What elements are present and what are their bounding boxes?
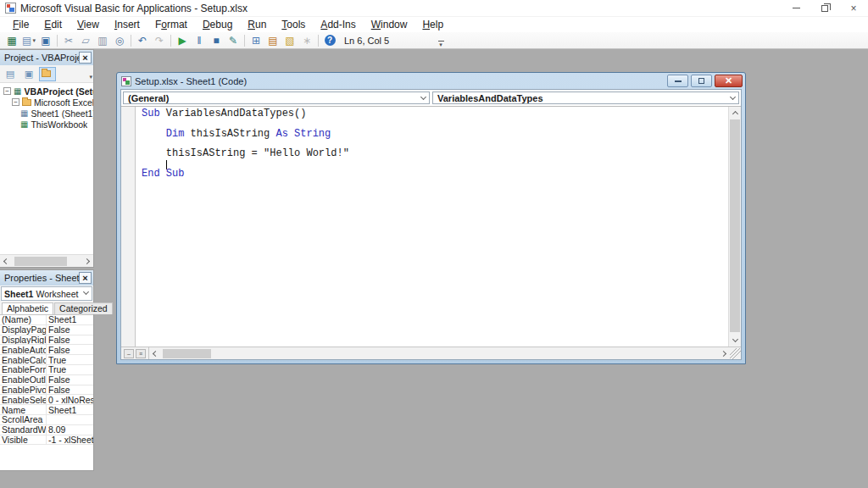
scroll-right-icon[interactable]	[81, 255, 93, 267]
tab-alphabetic[interactable]: Alphabetic	[2, 302, 53, 314]
insert-userform-icon[interactable]: ▤▾	[20, 33, 37, 48]
property-row[interactable]: Visible-1 - xlSheetVisible	[0, 435, 93, 446]
property-row[interactable]: EnableAutoFilterFalse	[0, 345, 93, 355]
vertical-scrollbar[interactable]	[728, 107, 741, 347]
property-row[interactable]: NameSheet1	[0, 405, 93, 415]
property-row[interactable]: EnableCalculationTrue	[0, 355, 93, 365]
property-row[interactable]: EnableSelection0 - xlNoRestrictions	[0, 395, 93, 405]
view-excel-icon[interactable]: ▦	[3, 33, 20, 48]
property-value: True	[47, 365, 93, 374]
menu-format[interactable]: Format	[147, 18, 195, 31]
minimize-icon	[793, 8, 800, 8]
help-icon[interactable]: ?	[321, 33, 338, 48]
property-row[interactable]: StandardWidth8.09	[0, 425, 93, 435]
menu-file[interactable]: File	[5, 18, 36, 31]
scroll-right-icon[interactable]	[717, 347, 730, 359]
menu-insert[interactable]: Insert	[107, 18, 147, 31]
object-selector-dropdown[interactable]: Sheet1 Worksheet	[1, 286, 92, 301]
close-button[interactable]: ×	[839, 0, 868, 16]
run-icon[interactable]: ▶	[174, 33, 191, 48]
menu-help[interactable]: Help	[415, 18, 451, 31]
property-row[interactable]: EnableOutliningFalse	[0, 375, 93, 385]
property-value: Sheet1	[47, 405, 93, 414]
indicator-margin[interactable]	[121, 107, 136, 347]
property-row[interactable]: (Name)Sheet1	[0, 315, 93, 325]
tree-item-sheet1-sheet1[interactable]: ▦Sheet1 (Sheet1)	[0, 108, 93, 119]
menu-window[interactable]: Window	[364, 18, 415, 31]
toolbar-overflow-button[interactable]: ▾	[436, 33, 446, 48]
object-dropdown[interactable]: (General)	[123, 92, 430, 104]
undo-icon[interactable]: ↶	[134, 33, 151, 48]
menu-view[interactable]: View	[70, 18, 107, 31]
view-code-icon[interactable]: ▤	[2, 67, 19, 81]
menu-tools[interactable]: Tools	[274, 18, 313, 31]
project-explorer-icon[interactable]: ⊞	[248, 33, 264, 48]
view-object-icon[interactable]: ▣	[20, 67, 37, 81]
minimize-button[interactable]	[782, 0, 810, 16]
tree-item-microsoft-excel-objects[interactable]: −Microsoft Excel Objects	[0, 97, 93, 108]
property-row[interactable]: DisplayRightToLeftFalse	[0, 336, 93, 346]
property-row[interactable]: EnableFormatConditionsCalculationTrue	[0, 365, 93, 375]
procedure-view-button[interactable]: –	[124, 349, 134, 358]
project-panel-titlebar[interactable]: Project - VBAProject ×	[0, 50, 93, 65]
properties-panel-title: Properties - Sheet1	[4, 273, 79, 283]
scrollbar-thumb[interactable]	[163, 349, 211, 358]
toolbar: ▦▤▾▣✂▱▥◎↶↷▶‖■✎⊞▤▧∗? Ln 6, Col 5 ▾	[0, 32, 868, 49]
scroll-left-icon[interactable]	[149, 347, 162, 359]
property-name: StandardWidth	[0, 425, 47, 435]
code-minimize-button[interactable]	[667, 75, 688, 87]
tree-item-vbaproject-setup-xlsx[interactable]: −▦VBAProject (Setup.xlsx)	[0, 86, 93, 97]
property-value: True	[47, 355, 93, 364]
code-editor[interactable]: Sub VariablesAndDataTypes() Dim thisIsAS…	[136, 107, 728, 347]
break-icon[interactable]: ‖	[191, 33, 208, 48]
property-value: False	[47, 375, 93, 385]
property-row[interactable]: ScrollArea	[0, 415, 93, 425]
design-mode-icon[interactable]: ✎	[225, 33, 242, 48]
scroll-left-icon[interactable]	[0, 255, 13, 267]
scrollbar-thumb[interactable]	[730, 119, 740, 332]
toolbar-separator	[318, 35, 319, 47]
properties-panel-close-button[interactable]: ×	[79, 272, 92, 284]
menu-edit[interactable]: Edit	[36, 18, 70, 31]
tab-categorized[interactable]: Categorized	[54, 302, 113, 314]
project-horizontal-scrollbar[interactable]	[0, 254, 93, 267]
chevron-down-icon	[730, 94, 736, 100]
resize-grip[interactable]	[730, 348, 741, 359]
property-name: DisplayRightToLeft	[0, 336, 47, 345]
find-icon[interactable]: ◎	[111, 33, 128, 48]
project-toolbar-overflow-icon[interactable]: ▾	[89, 74, 92, 80]
full-module-view-button[interactable]: ≡	[136, 349, 146, 358]
copy-icon[interactable]: ▱	[77, 33, 94, 48]
save-icon[interactable]: ▣	[37, 33, 54, 48]
property-row[interactable]: EnablePivotTableFalse	[0, 385, 93, 396]
property-row[interactable]: DisplayPageBreaksFalse	[0, 325, 93, 336]
project-panel-toolbar: ▤▣▾	[0, 65, 93, 83]
reset-icon[interactable]: ■	[208, 33, 225, 48]
sheet-icon: ▦	[20, 109, 28, 118]
code-editor-area: Sub VariablesAndDataTypes() Dim thisIsAS…	[121, 107, 741, 347]
paste-icon[interactable]: ▥	[94, 33, 111, 48]
scrollbar-thumb[interactable]	[14, 257, 67, 266]
menu-run[interactable]: Run	[240, 18, 274, 31]
object-browser-icon[interactable]: ▧	[281, 33, 298, 48]
code-window-titlebar[interactable]: Setup.xlsx - Sheet1 (Code) ✕	[117, 73, 745, 89]
code-close-button[interactable]: ✕	[715, 75, 743, 87]
toolbar-separator	[57, 35, 58, 47]
properties-panel-titlebar[interactable]: Properties - Sheet1 ×	[0, 270, 93, 286]
code-window-controls: ✕	[667, 75, 743, 87]
cut-icon[interactable]: ✂	[60, 33, 77, 48]
tree-item-thisworkbook[interactable]: ▦ThisWorkbook	[0, 119, 93, 130]
properties-window-icon[interactable]: ▤	[264, 33, 281, 48]
menu-addins[interactable]: Add-Ins	[313, 18, 363, 31]
collapse-toggle-icon[interactable]: −	[3, 87, 11, 95]
scroll-down-icon[interactable]	[729, 335, 741, 347]
scroll-up-icon[interactable]	[729, 107, 741, 119]
collapse-toggle-icon[interactable]: −	[12, 98, 19, 106]
restore-button[interactable]	[810, 0, 839, 16]
procedure-dropdown[interactable]: VariablesAndDataTypes	[432, 92, 739, 104]
restore-icon	[821, 5, 828, 12]
menu-debug[interactable]: Debug	[195, 18, 240, 31]
code-restore-button[interactable]	[691, 75, 712, 87]
project-panel-close-button[interactable]: ×	[79, 52, 92, 64]
toggle-folders-icon[interactable]	[39, 67, 56, 81]
